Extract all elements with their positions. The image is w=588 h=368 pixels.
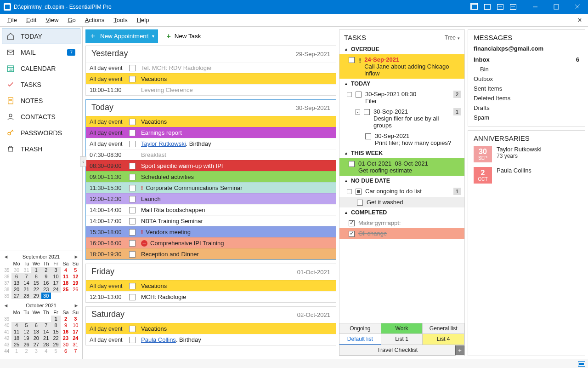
mail-folder[interactable]: Sent Items: [474, 84, 579, 93]
cal-day[interactable]: 8: [51, 322, 61, 328]
event-checkbox[interactable]: [129, 326, 136, 332]
cal-day[interactable]: 4: [61, 267, 70, 273]
maximize-button[interactable]: [546, 0, 567, 14]
add-tab-button[interactable]: +: [455, 345, 464, 355]
event-row[interactable]: 12:10–13:00MCH: Radiologie: [86, 291, 336, 302]
task-tab[interactable]: Ongoing: [339, 323, 381, 334]
event-checkbox[interactable]: [129, 240, 136, 247]
cal-day[interactable]: 6: [31, 322, 41, 328]
task-row[interactable]: -Car ongoing to do list1: [339, 186, 464, 197]
event-checkbox[interactable]: [129, 119, 136, 125]
task-checkbox[interactable]: [365, 133, 371, 139]
event-checkbox[interactable]: [129, 283, 136, 289]
event-checkbox[interactable]: [129, 174, 136, 180]
nav-passwords[interactable]: PASSWORDS: [2, 125, 80, 141]
nav-calendar[interactable]: 30CALENDAR: [2, 61, 80, 76]
menu-file[interactable]: File: [3, 15, 22, 25]
cal-day[interactable]: 15: [51, 328, 61, 335]
dropdown-icon[interactable]: ▾: [148, 34, 158, 39]
event-row[interactable]: 09:00–11:30Scheduled activities: [86, 171, 336, 182]
cal-day[interactable]: 1: [51, 316, 61, 322]
event-checkbox[interactable]: [129, 141, 136, 147]
cal-day[interactable]: 9: [41, 273, 51, 280]
mini-calendar-sep[interactable]: ◄September 2021►MoTuWeThFrSaSu3530311234…: [2, 253, 80, 299]
cal-day[interactable]: 29: [51, 341, 61, 348]
event-checkbox[interactable]: [129, 207, 136, 213]
task-group-header[interactable]: ▲OVERDUE: [339, 44, 464, 54]
event-row[interactable]: 18:00–19:30Reception and Dinner: [86, 248, 336, 259]
cal-day[interactable]: 27: [11, 293, 21, 299]
mail-folder[interactable]: Outbox: [474, 74, 579, 84]
task-tab[interactable]: List 4: [422, 334, 464, 345]
cal-day[interactable]: 26: [71, 286, 80, 293]
cal-day[interactable]: 2: [61, 316, 70, 322]
task-checkbox[interactable]: [356, 189, 362, 195]
cal-day[interactable]: 18: [61, 280, 70, 286]
task-tab[interactable]: General list: [422, 323, 464, 334]
new-appointment-button[interactable]: ＋ New Appointment ▾: [85, 29, 158, 43]
cal-day[interactable]: 22: [31, 286, 41, 293]
cal-day[interactable]: 25: [11, 341, 21, 348]
event-checkbox[interactable]: [129, 130, 136, 136]
task-group-header[interactable]: ▲COMPLETED: [339, 207, 464, 218]
cal-day[interactable]: 14: [22, 280, 31, 286]
cal-day[interactable]: [11, 316, 21, 322]
event-row[interactable]: 12:00–12:30Launch: [86, 193, 336, 204]
nav-mail[interactable]: MAIL7: [2, 45, 80, 60]
cal-day[interactable]: 21: [22, 286, 31, 293]
event-row[interactable]: All day eventVacations: [86, 323, 336, 334]
nav-tasks[interactable]: TASKS: [2, 77, 80, 92]
event-row[interactable]: 16:00–16:00─Comprehensive IPI Training: [86, 237, 336, 248]
event-row[interactable]: 11:30–15:30!Corporate Communications Sem…: [86, 182, 336, 193]
cal-day[interactable]: 18: [11, 335, 21, 341]
cal-day[interactable]: 7: [22, 273, 31, 280]
event-row[interactable]: All day eventPaula Collins. Birthday: [86, 334, 336, 345]
cal-day[interactable]: 12: [22, 328, 31, 335]
window-layout-buttons[interactable]: [471, 4, 516, 10]
menu-tools[interactable]: Tools: [109, 15, 132, 25]
cal-day[interactable]: 5: [71, 267, 80, 273]
anniversary-item[interactable]: 30SEPTaylor Rutkowski73 years: [474, 146, 579, 162]
month-title[interactable]: October 2021: [26, 303, 57, 308]
month-title[interactable]: September 2021: [23, 254, 60, 259]
task-group-header[interactable]: ▲TODAY: [339, 79, 464, 89]
tree-toggle[interactable]: -: [347, 189, 352, 194]
event-row[interactable]: 08:30–09:00Sport specific warm-up with I…: [86, 160, 336, 171]
new-task-button[interactable]: + New Task: [162, 29, 205, 43]
event-row[interactable]: 15:30–18:00!Vendors meeting: [86, 226, 336, 237]
cal-day[interactable]: 20: [31, 335, 41, 341]
task-tab[interactable]: Default list: [339, 334, 381, 345]
next-month[interactable]: ►: [73, 303, 79, 308]
cal-day[interactable]: 23: [41, 286, 51, 293]
event-checkbox[interactable]: [129, 196, 136, 202]
nav-contacts[interactable]: CONTACTS: [2, 109, 80, 125]
nav-today[interactable]: TODAY: [2, 29, 80, 44]
mail-folder[interactable]: Inbox6: [474, 55, 579, 64]
next-month[interactable]: ►: [73, 254, 79, 259]
cal-day[interactable]: 17: [71, 328, 80, 335]
cal-day[interactable]: 15: [31, 280, 41, 286]
task-row[interactable]: Get it washed: [339, 197, 464, 207]
cal-day[interactable]: 16: [41, 280, 51, 286]
cal-day[interactable]: 3: [31, 348, 41, 354]
task-tab-travel[interactable]: Travel Checklist: [339, 345, 456, 356]
cal-day[interactable]: 19: [22, 335, 31, 341]
task-row[interactable]: -30-Sep-2021 Design filer for use by all…: [339, 106, 464, 131]
event-checkbox[interactable]: [129, 294, 136, 300]
cal-day[interactable]: 30: [41, 293, 51, 299]
cal-day[interactable]: 25: [61, 286, 70, 293]
event-checkbox[interactable]: [129, 229, 136, 236]
task-checkbox[interactable]: [364, 109, 370, 115]
event-row[interactable]: 14:00–14:00Mail Rita boodschappen: [86, 204, 336, 215]
task-tab[interactable]: List 1: [381, 334, 423, 345]
event-row[interactable]: All day eventVacations: [86, 73, 336, 84]
cal-day[interactable]: [71, 293, 80, 299]
menu-view[interactable]: View: [41, 15, 63, 25]
anniversary-item[interactable]: 2OCTPaula Collins: [474, 167, 579, 184]
tasks-view-dropdown[interactable]: Tree▾: [445, 34, 460, 41]
task-row[interactable]: !!24-Sep-2021 Call Jane about adding Chi…: [339, 54, 464, 79]
task-row[interactable]: Oil change: [339, 228, 464, 239]
cal-day[interactable]: [61, 293, 70, 299]
menu-actions[interactable]: Actions: [80, 15, 109, 25]
event-row[interactable]: All day eventEarnings report: [86, 127, 336, 138]
